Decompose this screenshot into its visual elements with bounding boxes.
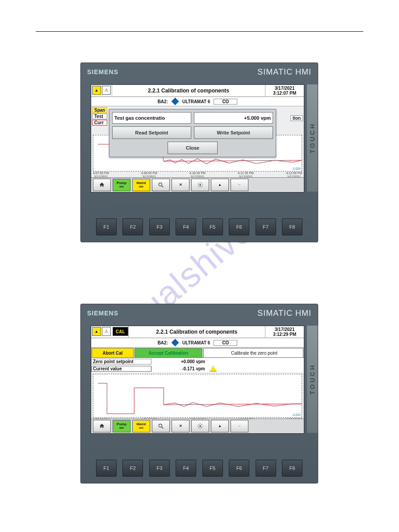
f1-key[interactable]: F1 xyxy=(96,218,117,235)
right-frag: tion xyxy=(290,115,303,121)
f5-key[interactable]: F5 xyxy=(202,460,223,477)
status-message: Calibrate the zero point xyxy=(203,348,303,358)
param-label: Test gas concentratio xyxy=(112,112,191,124)
f1-key[interactable]: F1 xyxy=(96,460,117,477)
back-button[interactable]: ← xyxy=(231,420,248,432)
f2-key[interactable]: F2 xyxy=(122,460,143,477)
tools-button[interactable]: ✕ xyxy=(172,420,189,432)
f3-key[interactable]: F3 xyxy=(149,218,170,235)
model-label: SIMATIC HMI xyxy=(257,309,311,318)
pump-button[interactable]: Pumpon xyxy=(113,179,130,191)
alarm-button[interactable]: ▲ xyxy=(211,179,229,191)
svg-point-3 xyxy=(159,424,162,427)
touch-stripe: TOUCH xyxy=(307,84,318,192)
test-tab[interactable]: Test xyxy=(92,113,107,119)
hmi-panel-1: SIEMENS SIMATIC HMI TOUCH ▲ ⚠ 2.2.1 Cali… xyxy=(80,63,318,242)
touch-stripe: TOUCH xyxy=(307,326,318,433)
alert-icon[interactable]: ▲ xyxy=(92,327,101,336)
gas-field[interactable]: CO xyxy=(214,99,237,105)
maint-button[interactable]: Mainton xyxy=(132,179,150,191)
svg-point-5 xyxy=(199,425,201,427)
hmi-panel-2: SIEMENS SIMATIC HMI TOUCH ▲ ⚠ CAL 2.2.1 … xyxy=(80,304,318,483)
current-value-label: Current value xyxy=(91,366,151,372)
diamond-icon xyxy=(171,98,179,105)
f6-key[interactable]: F6 xyxy=(229,460,249,477)
f7-key[interactable]: F7 xyxy=(256,218,276,235)
write-setpoint-button[interactable]: Write Setpoint xyxy=(194,126,273,139)
alert-icon[interactable]: ▲ xyxy=(92,86,101,95)
f8-key[interactable]: F8 xyxy=(282,460,302,477)
screen-1: ▲ ⚠ 2.2.1 Calibration of components 3/17… xyxy=(91,84,304,193)
gas-field[interactable]: CO xyxy=(214,340,237,346)
trend-chart-2: -2.024 xyxy=(93,374,302,418)
toolbar: Pumpon Mainton ✕ ▲ ← xyxy=(91,419,304,433)
y-right-2: -2.024 xyxy=(292,413,301,416)
warning-icon[interactable]: ⚠ xyxy=(102,327,111,336)
pump-button[interactable]: Pumpon xyxy=(113,420,130,432)
f3-key[interactable]: F3 xyxy=(149,460,170,477)
screen-2: ▲ ⚠ CAL 2.2.1 Calibration of components … xyxy=(91,326,304,434)
f7-key[interactable]: F7 xyxy=(256,460,276,477)
brand-logo: SIEMENS xyxy=(87,68,118,75)
f5-key[interactable]: F5 xyxy=(202,218,223,235)
page-title: 2.2.1 Calibration of components xyxy=(128,326,265,338)
device-name: ULTRAMAT 6 xyxy=(182,340,210,345)
current-value-row: Current value -0.171 vpm xyxy=(91,365,304,372)
toolbar: Pumpon Mainton ✕ ▲ ← xyxy=(91,177,304,192)
home-button[interactable] xyxy=(93,179,111,191)
ba-label: BA2: xyxy=(158,340,168,345)
svg-line-1 xyxy=(162,186,164,188)
home-button[interactable] xyxy=(93,420,111,432)
close-button[interactable]: Close xyxy=(168,142,218,154)
clock: 3/17/2021 3:12:29 PM xyxy=(265,326,304,338)
diamond-icon xyxy=(171,339,179,347)
param-value[interactable]: +5.000 vpm xyxy=(194,112,273,124)
zero-setpoint-row: Zero point setpoint +0.000 vpm xyxy=(91,358,304,365)
f2-key[interactable]: F2 xyxy=(122,218,143,235)
f4-key[interactable]: F4 xyxy=(176,460,196,477)
alarm-button[interactable]: ▲ xyxy=(211,420,229,432)
page-title: 2.2.1 Calibration of components xyxy=(112,85,265,96)
tools-button[interactable]: ✕ xyxy=(172,179,189,191)
back-button[interactable]: ← xyxy=(231,179,248,191)
zoom-button[interactable] xyxy=(152,420,170,432)
warning-triangle-icon xyxy=(210,365,217,372)
read-setpoint-button[interactable]: Read Setpoint xyxy=(112,126,191,139)
settings-button[interactable] xyxy=(191,179,209,191)
accept-cal-button[interactable]: Accept Calibration xyxy=(134,348,202,358)
abort-cal-button[interactable]: Abort Cal xyxy=(92,348,134,358)
model-label: SIMATIC HMI xyxy=(257,67,311,77)
zero-setpoint-label: Zero point setpoint xyxy=(91,359,151,364)
warning-icon[interactable]: ⚠ xyxy=(102,86,111,95)
current-tab[interactable]: Curr xyxy=(92,120,107,126)
function-keys: F1 F2 F3 F4 F5 F6 F7 F8 xyxy=(96,460,302,476)
function-keys: F1 F2 F3 F4 F5 F6 F7 F8 xyxy=(96,218,302,235)
y-right-1: -2.024 xyxy=(292,167,301,170)
brand-logo: SIEMENS xyxy=(87,310,118,317)
header-rule xyxy=(36,31,363,32)
zoom-button[interactable] xyxy=(152,179,170,191)
f8-key[interactable]: F8 xyxy=(282,218,302,235)
f6-key[interactable]: F6 xyxy=(229,218,249,235)
svg-point-2 xyxy=(199,184,201,186)
setpoint-dialog: Test gas concentratio +5.000 vpm Read Se… xyxy=(109,109,276,157)
maint-button[interactable]: Mainton xyxy=(132,420,150,432)
device-name: ULTRAMAT 6 xyxy=(182,99,210,104)
svg-point-0 xyxy=(159,183,162,186)
f4-key[interactable]: F4 xyxy=(176,218,196,235)
settings-button[interactable] xyxy=(191,420,209,432)
clock: 3/17/2021 3:12:07 PM xyxy=(265,85,304,96)
span-tab[interactable]: Span xyxy=(92,107,107,113)
cal-tag: CAL xyxy=(113,327,128,336)
svg-line-4 xyxy=(162,427,164,429)
ba-label: BA2: xyxy=(158,99,168,104)
